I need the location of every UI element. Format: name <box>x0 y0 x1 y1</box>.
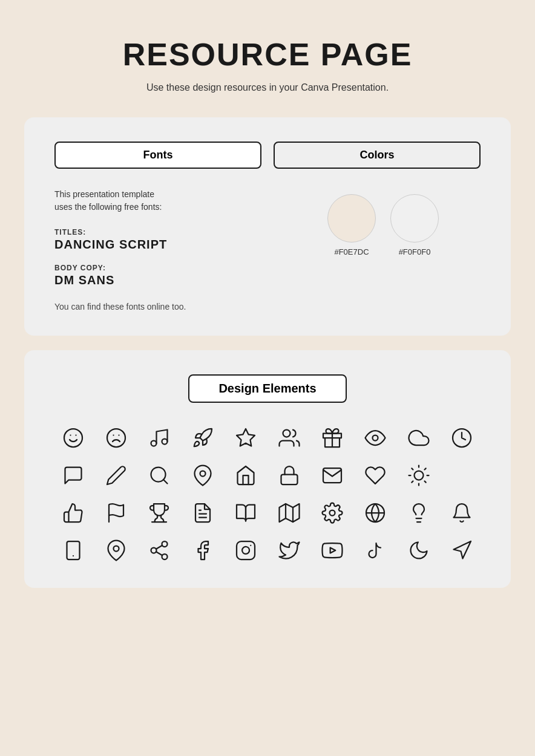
svg-line-15 <box>163 480 168 484</box>
page-subtitle: Use these design resources in your Canva… <box>146 82 389 93</box>
design-elements-header: Design Elements <box>54 374 481 403</box>
svg-point-9 <box>283 430 290 437</box>
lock-icon <box>276 462 303 489</box>
color-circle-2 <box>390 194 439 243</box>
svg-marker-8 <box>237 429 255 446</box>
svg-point-42 <box>151 548 157 553</box>
svg-line-26 <box>424 468 425 469</box>
mail-icon <box>319 462 346 489</box>
color-hex-2: #F0F0F0 <box>399 247 431 256</box>
colors-button[interactable]: Colors <box>274 142 481 169</box>
icons-grid <box>54 425 481 564</box>
body-section: BODY COPY: DM SANS <box>54 264 249 287</box>
cloud-icon <box>405 425 432 451</box>
eye-icon <box>362 425 389 451</box>
fonts-colors-card: Fonts Colors This presentation template … <box>24 117 511 336</box>
music-icon <box>146 425 172 451</box>
svg-point-18 <box>414 471 423 480</box>
fonts-description: This presentation template uses the foll… <box>54 188 249 213</box>
youtube-icon <box>319 537 346 564</box>
fonts-left: This presentation template uses the foll… <box>54 188 249 311</box>
map-icon <box>276 500 303 526</box>
svg-point-43 <box>162 554 168 559</box>
thumbsup-icon <box>60 500 87 526</box>
smiley-icon <box>60 425 87 451</box>
fonts-button[interactable]: Fonts <box>54 142 261 169</box>
share-icon <box>146 537 172 564</box>
page-title: RESOURCE PAGE <box>123 36 413 73</box>
design-elements-card: Design Elements <box>24 350 511 588</box>
svg-rect-38 <box>67 541 79 559</box>
star-icon <box>232 425 259 451</box>
titles-section: TITLES: DANCING SCRIPT <box>54 228 249 252</box>
empty-icon <box>448 462 475 489</box>
svg-line-45 <box>156 546 162 549</box>
sun-icon <box>405 462 432 489</box>
flag-icon <box>103 500 130 526</box>
svg-point-7 <box>162 439 168 445</box>
svg-point-12 <box>373 435 378 441</box>
svg-rect-17 <box>281 475 297 485</box>
heart-icon <box>362 462 389 489</box>
home-icon <box>232 462 259 489</box>
body-font-name: DM SANS <box>54 273 249 287</box>
phone-icon <box>60 537 87 564</box>
colors-right: #F0E7DC #F0F0F0 <box>286 188 481 264</box>
fonts-content: This presentation template uses the foll… <box>54 188 481 311</box>
svg-point-33 <box>330 510 335 516</box>
sad-icon <box>103 425 130 451</box>
svg-line-22 <box>424 481 425 483</box>
bell-icon <box>448 500 475 526</box>
svg-point-16 <box>200 471 205 477</box>
moon-icon <box>405 537 432 564</box>
svg-marker-48 <box>330 547 336 553</box>
pencil-icon <box>103 462 130 489</box>
megaphone-icon <box>448 537 475 564</box>
svg-rect-46 <box>237 541 255 559</box>
twitter-icon <box>276 537 303 564</box>
font-note: You can find these fonts online too. <box>54 302 249 311</box>
book-icon <box>232 500 259 526</box>
svg-line-25 <box>412 481 413 483</box>
search-icon <box>146 462 172 489</box>
gift-icon <box>319 425 346 451</box>
bulb-icon <box>405 500 432 526</box>
trophy-icon <box>146 500 172 526</box>
svg-marker-30 <box>279 504 299 522</box>
svg-point-0 <box>64 429 82 447</box>
user-icon <box>276 425 303 451</box>
document-icon <box>189 500 216 526</box>
design-elements-button[interactable]: Design Elements <box>188 374 346 403</box>
rocket-icon <box>189 425 216 451</box>
svg-point-3 <box>107 429 125 447</box>
color-swatch-2: #F0F0F0 <box>390 194 439 256</box>
color-hex-1: #F0E7DC <box>334 247 369 256</box>
svg-point-6 <box>151 441 157 446</box>
location-icon <box>103 537 130 564</box>
chat-icon <box>60 462 87 489</box>
settings-icon <box>319 500 346 526</box>
svg-point-40 <box>114 546 119 552</box>
titles-font-name: DANCING SCRIPT <box>54 238 249 252</box>
clock-icon <box>448 425 475 451</box>
instagram-icon <box>232 537 259 564</box>
body-label: BODY COPY: <box>54 264 249 272</box>
color-circle-1 <box>327 194 376 243</box>
tiktok-icon <box>362 537 389 564</box>
facebook-icon <box>189 537 216 564</box>
color-swatch-1: #F0E7DC <box>327 194 376 256</box>
svg-line-21 <box>412 468 413 469</box>
color-swatches: #F0E7DC #F0F0F0 <box>327 194 439 256</box>
svg-point-41 <box>162 541 168 547</box>
section-header: Fonts Colors <box>54 142 481 169</box>
pin-icon <box>189 462 216 489</box>
titles-label: TITLES: <box>54 228 249 236</box>
globe-icon <box>362 500 389 526</box>
svg-line-44 <box>156 552 162 555</box>
